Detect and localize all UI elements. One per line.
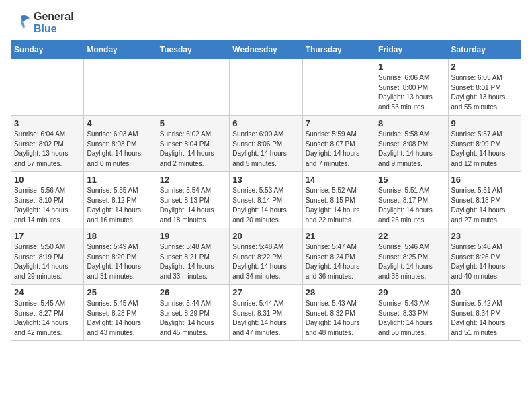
calendar-cell: 28Sunrise: 5:43 AM Sunset: 8:32 PM Dayli… [302, 285, 375, 341]
cell-info: Sunrise: 6:00 AM Sunset: 8:06 PM Dayligh… [232, 130, 299, 169]
calendar-cell: 10Sunrise: 5:56 AM Sunset: 8:10 PM Dayli… [11, 172, 84, 228]
day-number: 4 [87, 118, 153, 128]
cell-info: Sunrise: 5:50 AM Sunset: 8:19 PM Dayligh… [14, 242, 81, 281]
calendar-cell: 25Sunrise: 5:45 AM Sunset: 8:28 PM Dayli… [84, 285, 157, 341]
cell-info: Sunrise: 5:51 AM Sunset: 8:18 PM Dayligh… [451, 186, 518, 225]
day-number: 25 [87, 287, 153, 298]
day-number: 29 [378, 287, 445, 298]
calendar-cell [157, 59, 229, 116]
calendar-cell: 12Sunrise: 5:54 AM Sunset: 8:13 PM Dayli… [157, 172, 229, 228]
cell-info: Sunrise: 5:43 AM Sunset: 8:33 PM Dayligh… [378, 299, 445, 338]
cell-info: Sunrise: 5:44 AM Sunset: 8:31 PM Dayligh… [232, 299, 299, 338]
day-number: 8 [378, 118, 445, 128]
calendar-cell: 20Sunrise: 5:48 AM Sunset: 8:22 PM Dayli… [230, 228, 302, 285]
cell-info: Sunrise: 5:44 AM Sunset: 8:29 PM Dayligh… [160, 299, 226, 338]
cell-info: Sunrise: 6:06 AM Sunset: 8:00 PM Dayligh… [378, 73, 445, 112]
calendar-body: 1Sunrise: 6:06 AM Sunset: 8:00 PM Daylig… [11, 59, 521, 341]
day-number: 14 [306, 175, 372, 185]
cell-info: Sunrise: 5:46 AM Sunset: 8:25 PM Dayligh… [378, 242, 445, 281]
day-number: 7 [306, 118, 372, 128]
calendar-cell: 18Sunrise: 5:49 AM Sunset: 8:20 PM Dayli… [84, 228, 157, 285]
day-number: 9 [451, 118, 518, 128]
day-number: 3 [14, 118, 81, 128]
calendar-cell: 22Sunrise: 5:46 AM Sunset: 8:25 PM Dayli… [375, 228, 448, 285]
week-row-2: 3Sunrise: 6:04 AM Sunset: 8:02 PM Daylig… [11, 116, 521, 172]
calendar-cell: 1Sunrise: 6:06 AM Sunset: 8:00 PM Daylig… [375, 59, 448, 116]
cell-info: Sunrise: 6:04 AM Sunset: 8:02 PM Dayligh… [14, 130, 81, 169]
header-day-monday: Monday [84, 41, 157, 59]
cell-info: Sunrise: 5:57 AM Sunset: 8:09 PM Dayligh… [451, 130, 518, 169]
day-number: 26 [160, 287, 226, 298]
cell-info: Sunrise: 5:54 AM Sunset: 8:13 PM Dayligh… [160, 186, 226, 225]
day-number: 17 [14, 231, 81, 241]
cell-info: Sunrise: 5:59 AM Sunset: 8:07 PM Dayligh… [306, 130, 372, 169]
day-number: 19 [160, 231, 226, 241]
calendar-cell: 4Sunrise: 6:03 AM Sunset: 8:03 PM Daylig… [84, 116, 157, 172]
calendar-cell [11, 59, 84, 116]
day-number: 21 [306, 231, 372, 241]
day-number: 6 [232, 118, 299, 128]
calendar-cell [230, 59, 302, 116]
cell-info: Sunrise: 5:43 AM Sunset: 8:32 PM Dayligh… [306, 299, 372, 338]
calendar-cell [302, 59, 375, 116]
cell-info: Sunrise: 5:46 AM Sunset: 8:26 PM Dayligh… [451, 242, 518, 281]
cell-info: Sunrise: 5:58 AM Sunset: 8:08 PM Dayligh… [378, 130, 445, 169]
calendar-cell [84, 59, 157, 116]
day-number: 13 [232, 175, 299, 185]
day-number: 27 [232, 287, 299, 298]
week-row-1: 1Sunrise: 6:06 AM Sunset: 8:00 PM Daylig… [11, 59, 521, 116]
day-number: 2 [451, 62, 518, 72]
cell-info: Sunrise: 5:53 AM Sunset: 8:14 PM Dayligh… [232, 186, 299, 225]
day-number: 18 [87, 231, 153, 241]
calendar-cell: 6Sunrise: 6:00 AM Sunset: 8:06 PM Daylig… [230, 116, 302, 172]
calendar-cell: 13Sunrise: 5:53 AM Sunset: 8:14 PM Dayli… [230, 172, 302, 228]
cell-info: Sunrise: 5:56 AM Sunset: 8:10 PM Dayligh… [14, 186, 81, 225]
calendar-cell: 23Sunrise: 5:46 AM Sunset: 8:26 PM Dayli… [448, 228, 521, 285]
calendar-cell: 21Sunrise: 5:47 AM Sunset: 8:24 PM Dayli… [302, 228, 375, 285]
calendar-cell: 7Sunrise: 5:59 AM Sunset: 8:07 PM Daylig… [302, 116, 375, 172]
logo-text: General Blue [34, 11, 74, 35]
calendar-cell: 30Sunrise: 5:42 AM Sunset: 8:34 PM Dayli… [448, 285, 521, 341]
calendar-table: SundayMondayTuesdayWednesdayThursdayFrid… [11, 40, 521, 341]
calendar-cell: 2Sunrise: 6:05 AM Sunset: 8:01 PM Daylig… [448, 59, 521, 116]
calendar-cell: 24Sunrise: 5:45 AM Sunset: 8:27 PM Dayli… [11, 285, 84, 341]
calendar-cell: 29Sunrise: 5:43 AM Sunset: 8:33 PM Dayli… [375, 285, 448, 341]
cell-info: Sunrise: 5:48 AM Sunset: 8:22 PM Dayligh… [232, 242, 299, 281]
logo-row: General Blue [11, 11, 74, 35]
cell-info: Sunrise: 5:48 AM Sunset: 8:21 PM Dayligh… [160, 242, 226, 281]
calendar-cell: 15Sunrise: 5:51 AM Sunset: 8:17 PM Dayli… [375, 172, 448, 228]
calendar-header: SundayMondayTuesdayWednesdayThursdayFrid… [11, 41, 521, 59]
logo: General Blue [11, 11, 74, 35]
day-number: 24 [14, 287, 81, 298]
calendar-cell: 3Sunrise: 6:04 AM Sunset: 8:02 PM Daylig… [11, 116, 84, 172]
calendar-cell: 14Sunrise: 5:52 AM Sunset: 8:15 PM Dayli… [302, 172, 375, 228]
calendar-cell: 5Sunrise: 6:02 AM Sunset: 8:04 PM Daylig… [157, 116, 229, 172]
cell-info: Sunrise: 5:55 AM Sunset: 8:12 PM Dayligh… [87, 186, 153, 225]
day-number: 22 [378, 231, 445, 241]
day-number: 10 [14, 175, 81, 185]
cell-info: Sunrise: 5:52 AM Sunset: 8:15 PM Dayligh… [306, 186, 372, 225]
day-number: 1 [378, 62, 445, 72]
calendar-cell: 17Sunrise: 5:50 AM Sunset: 8:19 PM Dayli… [11, 228, 84, 285]
header-day-saturday: Saturday [448, 41, 521, 59]
day-number: 12 [160, 175, 226, 185]
calendar-cell: 27Sunrise: 5:44 AM Sunset: 8:31 PM Dayli… [230, 285, 302, 341]
header: General Blue [11, 11, 521, 35]
day-number: 11 [87, 175, 153, 185]
cell-info: Sunrise: 6:02 AM Sunset: 8:04 PM Dayligh… [160, 130, 226, 169]
day-number: 5 [160, 118, 226, 128]
cell-info: Sunrise: 5:45 AM Sunset: 8:28 PM Dayligh… [87, 299, 153, 338]
cell-info: Sunrise: 5:47 AM Sunset: 8:24 PM Dayligh… [306, 242, 372, 281]
calendar-cell: 26Sunrise: 5:44 AM Sunset: 8:29 PM Dayli… [157, 285, 229, 341]
logo-bird-icon [11, 13, 31, 33]
day-number: 16 [451, 175, 518, 185]
day-number: 15 [378, 175, 445, 185]
header-day-friday: Friday [375, 41, 448, 59]
header-day-wednesday: Wednesday [230, 41, 302, 59]
cell-info: Sunrise: 5:49 AM Sunset: 8:20 PM Dayligh… [87, 242, 153, 281]
cell-info: Sunrise: 5:51 AM Sunset: 8:17 PM Dayligh… [378, 186, 445, 225]
calendar-cell: 9Sunrise: 5:57 AM Sunset: 8:09 PM Daylig… [448, 116, 521, 172]
day-number: 30 [451, 287, 518, 298]
week-row-4: 17Sunrise: 5:50 AM Sunset: 8:19 PM Dayli… [11, 228, 521, 285]
calendar-cell: 19Sunrise: 5:48 AM Sunset: 8:21 PM Dayli… [157, 228, 229, 285]
